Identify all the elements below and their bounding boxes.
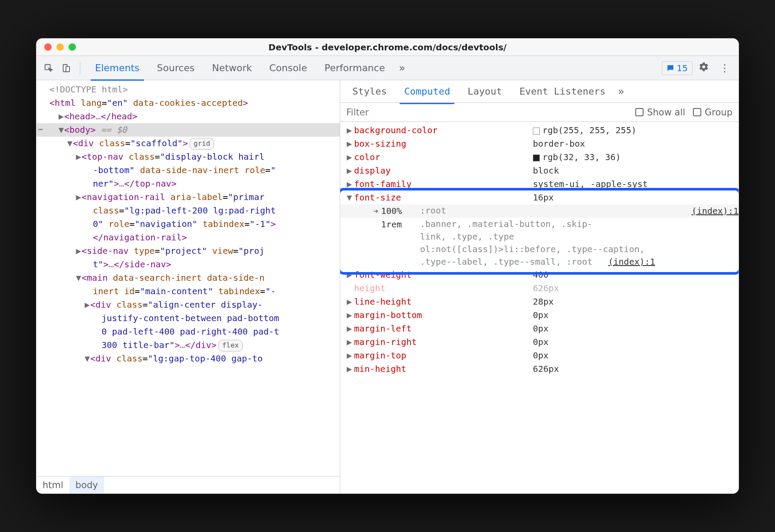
layout-badge[interactable]: flex [218,340,243,351]
inspect-icon[interactable] [41,60,56,76]
breadcrumb: html body [36,476,340,493]
prop-row: ▶font-weight400 [340,268,739,282]
devtools-window: DevTools - developer.chrome.com/docs/dev… [36,38,739,494]
prop-row: ▶min-height626px [340,362,739,376]
minimize-window-icon[interactable] [56,43,64,51]
close-window-icon[interactable] [44,43,52,51]
group-checkbox[interactable]: Group [693,107,732,118]
tab-network[interactable]: Network [204,56,261,80]
svg-rect-2 [66,66,69,72]
prop-row: ▶margin-top0px [340,349,739,362]
more-subtabs-icon[interactable]: » [614,85,627,98]
filter-row: Show all Group [340,103,739,122]
prop-row: ▶margin-right0px [340,335,739,349]
source-link[interactable]: (index):1 [692,204,739,218]
tab-computed[interactable]: Computed [395,79,459,104]
sidebar-tabs: Styles Computed Layout Event Listeners » [340,80,739,103]
prop-row: ▶background-colorrgb(255, 255, 255) [340,124,739,137]
crumb-html[interactable]: html [36,476,69,493]
tab-layout[interactable]: Layout [459,79,510,104]
window-controls [36,43,76,51]
more-tabs-icon[interactable]: » [395,62,409,74]
issues-button[interactable]: 15 [662,61,693,75]
tab-sources[interactable]: Sources [148,56,204,80]
selected-node[interactable]: ▼<body> == $0 [36,123,340,137]
source-row[interactable]: 1rem .banner, .material-button, .skip- l… [340,218,739,268]
dom-tree[interactable]: <!DOCTYPE html> <html lang="en" data-coo… [36,80,340,476]
tab-styles[interactable]: Styles [344,79,395,104]
prop-row: ▶line-height28px [340,295,739,309]
styles-sidebar: Styles Computed Layout Event Listeners »… [340,80,739,493]
prop-row: ▶box-sizingborder-box [340,137,739,151]
filter-input[interactable] [346,107,463,118]
window-title: DevTools - developer.chrome.com/docs/dev… [36,42,739,53]
tab-event-listeners[interactable]: Event Listeners [511,79,614,104]
crumb-body[interactable]: body [69,476,104,493]
prop-row: ▶margin-bottom0px [340,309,739,322]
goto-source-icon[interactable]: ➔ [371,204,381,218]
kebab-menu-icon[interactable]: ⋮ [715,62,734,74]
computed-list[interactable]: ▶background-colorrgb(255, 255, 255) ▶box… [340,122,739,493]
prop-row: height626px [340,282,739,295]
zoom-window-icon[interactable] [69,43,76,51]
tab-elements[interactable]: Elements [86,56,148,80]
main-tabs: Elements Sources Network Console Perform… [86,56,394,80]
source-row[interactable]: ➔ 100% :root (index):1 [340,204,739,218]
prop-row: ▶colorrgb(32, 33, 36) [340,151,739,164]
settings-icon[interactable] [694,62,713,75]
prop-row: ▼font-size16px [340,191,739,204]
source-link[interactable]: (index):1 [608,256,655,267]
layout-badge[interactable]: grid [190,138,214,150]
titlebar: DevTools - developer.chrome.com/docs/dev… [36,39,739,56]
prop-row: ▶displayblock [340,164,739,177]
main-toolbar: Elements Sources Network Console Perform… [36,56,739,80]
prop-row: ▶margin-left0px [340,322,739,335]
device-toggle-icon[interactable] [58,60,74,76]
prop-row: ▶font-familysystem-ui, -apple-syst [340,177,739,191]
tab-console[interactable]: Console [260,56,315,80]
elements-panel: <!DOCTYPE html> <html lang="en" data-coo… [36,80,340,493]
tab-performance[interactable]: Performance [316,56,394,80]
issues-count: 15 [677,63,688,73]
dom-line: <!DOCTYPE html> [49,84,128,95]
showall-checkbox[interactable]: Show all [635,107,685,118]
